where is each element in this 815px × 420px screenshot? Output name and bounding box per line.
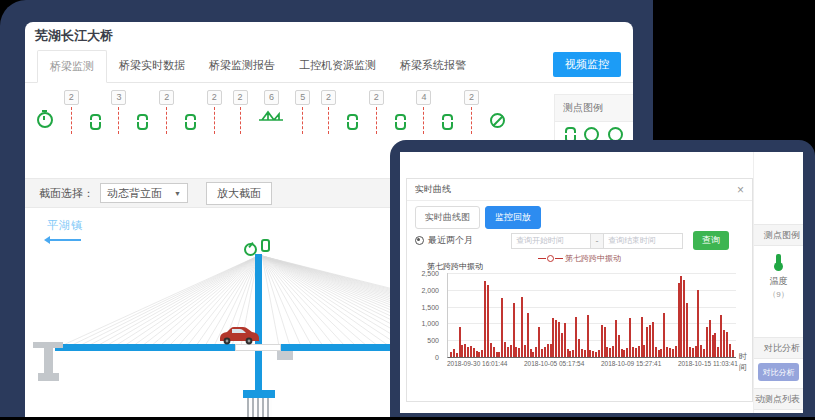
sensor-dashed-line — [166, 107, 167, 134]
chart-bar — [524, 345, 526, 357]
bridge-deck-joint — [235, 344, 281, 351]
chart-bar — [515, 347, 517, 357]
sensor-dashed-line — [302, 107, 303, 134]
chart-bar — [538, 327, 540, 357]
y-axis-tick-label: 1,500 — [421, 303, 439, 310]
sensor-cell-marker: 4 — [416, 90, 431, 134]
y-axis-tick-label: 1,000 — [421, 320, 439, 327]
chart-bar — [598, 350, 600, 357]
main-tabs: 桥梁监测桥梁实时数据桥梁监测报告工控机资源监测桥梁系统报警 — [37, 50, 478, 82]
chart-bar — [470, 346, 472, 357]
chart-bar — [467, 347, 469, 357]
link-sensor-icon[interactable] — [185, 114, 196, 130]
chart-bar — [635, 348, 637, 357]
y-axis-tick-label: 2,500 — [421, 270, 439, 277]
sensor-cell-marker: 2 — [369, 90, 384, 134]
truss-bridge-icon[interactable] — [258, 105, 284, 126]
sensor-dashed-line — [118, 107, 119, 134]
disabled-sensor-icon[interactable] — [490, 113, 505, 128]
chart-bar — [714, 333, 716, 357]
chart-bar — [675, 346, 677, 357]
chart-bar — [487, 285, 489, 357]
main-tab-active[interactable]: 桥梁监测 — [37, 50, 107, 83]
tab-realtime-curve[interactable]: 实时曲线图 — [415, 206, 480, 229]
section-select-label: 截面选择： — [39, 186, 94, 201]
enlarge-section-button[interactable]: 放大截面 — [206, 182, 272, 205]
section-select[interactable]: 动态背立面 ▼ — [100, 183, 188, 203]
sensor-cell-ban — [490, 90, 505, 128]
chart-bar — [461, 345, 463, 357]
chart-bar — [584, 350, 586, 357]
video-monitor-button[interactable]: 视频监控 — [553, 52, 621, 77]
sensor-count-badge[interactable]: 2 — [64, 90, 79, 105]
link-sensor-icon[interactable] — [137, 114, 148, 130]
sensor-count-badge[interactable]: 2 — [369, 90, 384, 105]
sensor-count-badge[interactable]: 4 — [416, 90, 431, 105]
chart-bar — [453, 349, 455, 357]
chart-bar — [464, 344, 466, 357]
close-icon[interactable]: × — [737, 184, 744, 196]
sensor-count-badge[interactable]: 2 — [233, 90, 248, 105]
chart-bar — [621, 349, 623, 357]
start-time-input[interactable] — [511, 233, 591, 249]
sensor-count-badge[interactable]: 2 — [321, 90, 336, 105]
x-axis-labels: 2018-09-30 16:01:442018-10-05 05:17:5420… — [447, 360, 743, 370]
measure-point-legend-panel: 测点图例 — [554, 94, 633, 146]
chart-bar — [595, 352, 597, 357]
x-axis-tick-label: 2018-10-09 15:27:41 — [601, 360, 661, 367]
chart-bar — [547, 344, 549, 357]
chart-bar — [567, 349, 569, 357]
tab-monitor-playback[interactable]: 监控回放 — [485, 206, 541, 229]
query-button[interactable]: 查询 — [693, 231, 729, 250]
legend-series-label: 第七跨跨中振动 — [565, 254, 621, 263]
section-select-value: 动态背立面 — [107, 186, 162, 201]
compare-analysis-button[interactable]: 对比分析 — [758, 363, 799, 381]
dialog-header: 实时曲线 × — [407, 179, 752, 201]
link-sensor-icon[interactable] — [395, 114, 406, 130]
screen: 芜湖长江大桥 桥梁监测桥梁实时数据桥梁监测报告工控机资源监测桥梁系统报警 视频监… — [0, 0, 815, 420]
chevron-down-icon: ▼ — [174, 190, 181, 197]
sidebar-list-header: 动测点列表 — [754, 388, 803, 410]
pylon-link-sensor-icon[interactable] — [261, 239, 270, 252]
chart-bar — [476, 351, 478, 357]
main-tab-item[interactable]: 工控机资源监测 — [287, 50, 388, 82]
sensor-count-badge[interactable]: 2 — [207, 90, 222, 105]
sensor-count-badge[interactable]: 3 — [111, 90, 126, 105]
chart-bar — [692, 348, 694, 357]
dialog-title: 实时曲线 — [415, 183, 451, 196]
main-tab-item[interactable]: 桥梁实时数据 — [107, 50, 197, 82]
chart-bar — [695, 346, 697, 357]
thermometer-icon[interactable] — [776, 254, 781, 266]
end-time-input[interactable] — [603, 233, 683, 249]
stopwatch-icon[interactable] — [37, 112, 53, 128]
range-separator: - — [591, 233, 603, 249]
pylon-gauge-sensor-icon[interactable] — [244, 243, 257, 256]
recent-two-months-radio[interactable] — [415, 236, 424, 245]
sensor-cell-marker: 5 — [295, 90, 310, 134]
sensor-count-badge[interactable]: 2 — [464, 90, 479, 105]
link-sensor-icon[interactable] — [442, 114, 453, 130]
sensor-count-badge[interactable]: 5 — [295, 90, 310, 105]
chart-bar — [626, 348, 628, 357]
sensor-cell-marker: 2 — [464, 90, 479, 134]
chart-bar — [459, 327, 461, 357]
chart-bar — [501, 298, 503, 357]
sensor-count-badge[interactable]: 2 — [159, 90, 174, 105]
recent-two-months-label: 最近两个月 — [428, 234, 473, 247]
chart-bar — [510, 345, 512, 357]
sensor-dashed-line — [240, 107, 241, 134]
chart-bar — [507, 347, 509, 357]
sensor-count-badge[interactable]: 6 — [264, 90, 279, 105]
chart-bar — [478, 352, 480, 357]
legend-circle-icon — [547, 255, 554, 262]
bridge-deck-left — [55, 344, 235, 351]
link-sensor-icon[interactable] — [347, 114, 358, 130]
main-tab-item[interactable]: 桥梁监测报告 — [197, 50, 287, 82]
link-sensor-icon[interactable] — [90, 114, 101, 130]
chart-bar — [541, 349, 543, 357]
chart-bar — [498, 352, 500, 357]
x-axis-tick-label: 2018-10-15 11:03:41 — [678, 360, 738, 367]
chart-bar — [493, 347, 495, 357]
main-tab-item[interactable]: 桥梁系统报警 — [388, 50, 478, 82]
sensor-cell-marker: 2 — [321, 90, 336, 134]
